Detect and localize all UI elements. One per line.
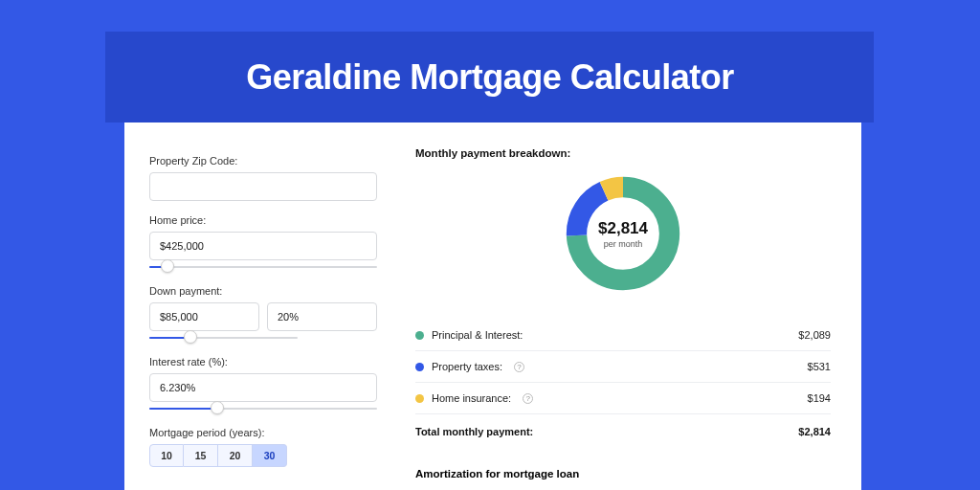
down-payment-label: Down payment: bbox=[149, 285, 377, 297]
home-price-input[interactable] bbox=[149, 232, 377, 260]
donut-center-value: $2,814 bbox=[598, 219, 648, 238]
breakdown-title: Monthly payment breakdown: bbox=[415, 147, 831, 159]
breakdown-column: Monthly payment breakdown: $2,814 per mo… bbox=[415, 147, 831, 490]
period-30[interactable]: 30 bbox=[253, 444, 287, 467]
period-20[interactable]: 20 bbox=[218, 444, 253, 467]
total-value: $2,814 bbox=[798, 426, 831, 437]
legend-label: Home insurance: bbox=[432, 392, 511, 404]
home-price-label: Home price: bbox=[149, 214, 377, 226]
total-row: Total monthly payment: $2,814 bbox=[415, 414, 831, 441]
legend-value: $2,089 bbox=[798, 329, 831, 341]
legend-row-principal: Principal & Interest: $2,089 bbox=[415, 320, 831, 351]
legend-row-taxes: Property taxes: ? $531 bbox=[415, 351, 831, 383]
total-label: Total monthly payment: bbox=[415, 426, 533, 437]
dot-taxes-icon bbox=[415, 363, 424, 371]
legend-value: $531 bbox=[808, 361, 831, 372]
legend: Principal & Interest: $2,089 Property ta… bbox=[415, 320, 831, 441]
legend-value: $194 bbox=[808, 392, 831, 404]
legend-row-insurance: Home insurance: ? $194 bbox=[415, 383, 831, 414]
period-15[interactable]: 15 bbox=[184, 444, 218, 467]
interest-field bbox=[149, 373, 377, 402]
interest-slider[interactable] bbox=[149, 404, 377, 413]
zip-label: Property Zip Code: bbox=[149, 155, 377, 167]
dot-principal-icon bbox=[415, 331, 424, 340]
zip-input[interactable] bbox=[149, 172, 377, 201]
slider-thumb[interactable] bbox=[184, 330, 197, 344]
home-price-slider[interactable] bbox=[149, 262, 377, 272]
period-label: Mortgage period (years): bbox=[149, 427, 377, 438]
info-icon[interactable]: ? bbox=[514, 362, 524, 372]
donut-chart: $2,814 per month bbox=[415, 172, 831, 295]
info-icon[interactable]: ? bbox=[523, 393, 533, 404]
calculator-card: Property Zip Code: Home price: Down paym… bbox=[124, 122, 861, 490]
amortization-title: Amortization for mortgage loan bbox=[415, 468, 831, 479]
home-price-field bbox=[149, 232, 377, 260]
form-column: Property Zip Code: Home price: Down paym… bbox=[149, 147, 377, 490]
interest-label: Interest rate (%): bbox=[149, 356, 377, 368]
interest-input[interactable] bbox=[149, 373, 377, 402]
down-payment-input[interactable] bbox=[149, 302, 259, 331]
legend-label: Property taxes: bbox=[432, 361, 502, 372]
down-payment-field bbox=[149, 302, 259, 331]
legend-label: Principal & Interest: bbox=[432, 329, 523, 341]
donut-center-sub: per month bbox=[604, 239, 643, 249]
dot-insurance-icon bbox=[415, 394, 424, 403]
down-payment-slider[interactable] bbox=[149, 333, 298, 343]
zip-field bbox=[149, 172, 377, 201]
period-buttons: 10 15 20 30 bbox=[149, 444, 377, 467]
period-10[interactable]: 10 bbox=[149, 444, 184, 467]
down-payment-pct-input[interactable] bbox=[267, 302, 377, 331]
down-payment-pct-field bbox=[267, 302, 377, 331]
slider-thumb[interactable] bbox=[211, 401, 224, 414]
slider-thumb[interactable] bbox=[161, 259, 174, 273]
page-title: Geraldine Mortgage Calculator bbox=[0, 57, 980, 98]
